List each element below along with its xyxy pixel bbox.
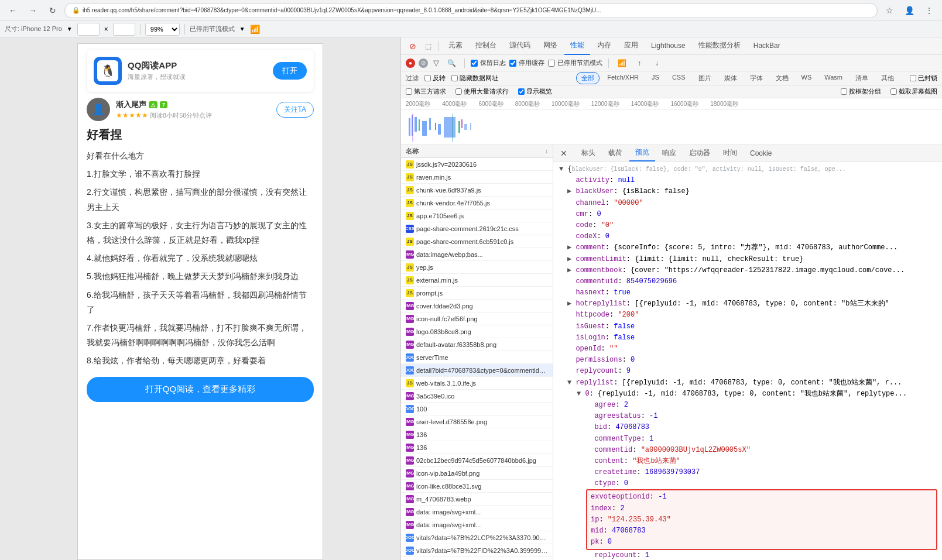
nl-item-webvitals[interactable]: JS web-vitals.3.1.0.ife.js bbox=[401, 377, 553, 390]
chip-media[interactable]: 媒体 bbox=[719, 72, 742, 84]
tab-performance[interactable]: 内存 bbox=[591, 37, 617, 55]
flow-mode-checkbox[interactable]: 已停用节流模式 bbox=[548, 59, 602, 67]
flow-dropdown-icon[interactable]: ▼ bbox=[239, 26, 245, 32]
detail-close-button[interactable]: ✕ bbox=[558, 147, 570, 159]
tab-hackbar[interactable] bbox=[787, 37, 799, 55]
nl-item-136-1[interactable]: IMG 136 bbox=[401, 428, 553, 441]
nl-item-jssdk[interactable]: JS jssdk.js?v=20230616 bbox=[401, 158, 553, 171]
detail-tab-preview[interactable]: 预览 bbox=[629, 145, 655, 162]
devtools-close-icon[interactable]: ⊘ bbox=[406, 39, 420, 53]
record-icon[interactable]: ● bbox=[406, 59, 415, 68]
device-dropdown-icon[interactable]: ▼ bbox=[67, 26, 73, 32]
nl-item-external[interactable]: JS external.min.js bbox=[401, 274, 553, 287]
chip-all[interactable]: 全部 bbox=[576, 72, 600, 84]
profile-button[interactable]: 👤 bbox=[901, 2, 917, 19]
read-more-button[interactable]: 打开QQ阅读，查看更多精彩 bbox=[87, 377, 314, 402]
tab-console[interactable]: 控制台 bbox=[470, 37, 502, 55]
group-by-frame-filter[interactable]: 按框架分组 bbox=[841, 87, 881, 96]
hide-data-url-filter[interactable]: 隐藏数据网址 bbox=[451, 74, 498, 83]
nl-item-logo[interactable]: IMG logo.083b8ce8.png bbox=[401, 325, 553, 338]
flow-mode-label[interactable]: 已停用节流模式 bbox=[190, 25, 235, 33]
width-input[interactable]: 390 bbox=[77, 23, 100, 36]
invert-filter[interactable]: 反转 bbox=[424, 74, 446, 83]
filter-icon[interactable]: ▽ bbox=[431, 59, 441, 68]
nl-item-js6[interactable]: JS page-share-comment.6cb591c0.js bbox=[401, 235, 553, 248]
third-party-filter[interactable]: 第三方请求 bbox=[406, 87, 446, 96]
forward-button[interactable]: → bbox=[25, 2, 41, 19]
nl-item-chunk-vendor[interactable]: JS chunk-vendor.4e7f7055.js bbox=[401, 197, 553, 209]
download-icon[interactable]: ↓ bbox=[650, 56, 664, 70]
preserve-log-checkbox[interactable]: 保留日志 bbox=[471, 59, 506, 67]
capture-screenshot-filter[interactable]: 截取屏幕截图 bbox=[890, 87, 937, 96]
bookmark-button[interactable]: ☆ bbox=[881, 2, 898, 19]
disable-cache-checkbox[interactable]: 停用缓存 bbox=[509, 59, 544, 67]
nl-item-cover[interactable]: IMG cover.fddae2d3.png bbox=[401, 300, 553, 312]
chip-manifest[interactable]: 清单 bbox=[850, 72, 874, 84]
chip-doc[interactable]: 文档 bbox=[770, 72, 794, 84]
big-requests-filter[interactable]: 使用大量请求行 bbox=[455, 87, 509, 96]
timeline-canvas[interactable] bbox=[401, 110, 942, 144]
chip-wasm[interactable]: Wasm bbox=[819, 72, 848, 84]
open-app-button[interactable]: 打开 bbox=[273, 62, 307, 80]
has-blocked-filter[interactable]: 已封锁 bbox=[910, 74, 937, 83]
wifi-icon[interactable]: 📶 bbox=[615, 56, 629, 70]
nl-item-svg1[interactable]: IMG data: image/svg+xml... bbox=[401, 506, 553, 518]
nl-item-img-jpg[interactable]: IMG 02cbc12bec9d974c5d5e6077840bbd6.jpg bbox=[401, 454, 553, 467]
nl-item-vitals2[interactable]: DOC vitals?data=%7B%22FID%22%3A0.3999998… bbox=[401, 544, 553, 557]
nl-item-icon-null[interactable]: IMG icon-null.fc7ef56f.png bbox=[401, 312, 553, 325]
nl-item-136-2[interactable]: IMG 136 bbox=[401, 441, 553, 454]
nl-item-detail[interactable]: DOC detail?bid=47068783&ctype=0&commenti… bbox=[401, 364, 553, 377]
height-input[interactable]: 844 bbox=[113, 23, 135, 36]
nl-item-100[interactable]: DOC 100 bbox=[401, 403, 553, 415]
nl-item-servertime[interactable]: DOC serverTime bbox=[401, 351, 553, 364]
chip-img[interactable]: 图片 bbox=[693, 72, 717, 84]
nl-item-prompt[interactable]: JS prompt.js bbox=[401, 287, 553, 300]
upload-icon[interactable]: ↑ bbox=[632, 56, 646, 70]
nl-item-yep[interactable]: JS yep.js bbox=[401, 261, 553, 274]
tab-perf-analysis[interactable]: HackBar bbox=[748, 37, 786, 55]
nl-item-app[interactable]: JS app.e7105ee6.js bbox=[401, 209, 553, 222]
network-icon[interactable]: 📶 bbox=[250, 25, 260, 34]
nl-item-user-level[interactable]: IMG user-level.d786558e.png bbox=[401, 415, 553, 428]
nl-item-css1[interactable]: CSS page-share-comment.2619c21c.css bbox=[401, 222, 553, 235]
nl-item-dataimg[interactable]: IMG data:image/webp;bas... bbox=[401, 248, 553, 261]
nl-item-ico[interactable]: IMG 3a5c39e0.ico bbox=[401, 390, 553, 403]
detail-tab-cookie[interactable]: Cookie bbox=[744, 145, 777, 162]
detail-tab-payload[interactable]: 载荷 bbox=[602, 145, 628, 162]
chip-font[interactable]: 字体 bbox=[745, 72, 768, 84]
nl-item-icon-like[interactable]: IMG icon-like.c88bce31.svg bbox=[401, 480, 553, 493]
nl-item-vitals1[interactable]: DOC vitals?data=%7B%22LCP%22%3A3370.9000… bbox=[401, 531, 553, 544]
tab-memory[interactable]: 应用 bbox=[618, 37, 644, 55]
follow-button[interactable]: 关注TA bbox=[276, 102, 314, 118]
tab-lighthouse[interactable]: 性能数据分析 bbox=[693, 37, 746, 55]
devtools-cursor-icon[interactable]: ⬚ bbox=[421, 39, 435, 53]
nl-item-chunk-vue[interactable]: JS chunk-vue.6df937a9.js bbox=[401, 184, 553, 197]
tab-network[interactable]: 性能 bbox=[564, 37, 590, 55]
detail-tab-headers[interactable]: 标头 bbox=[576, 145, 601, 162]
nl-item-svg2[interactable]: IMG data: image/svg+xml... bbox=[401, 518, 553, 531]
chip-fetch-xhr[interactable]: Fetch/XHR bbox=[602, 72, 644, 84]
reload-button[interactable]: ↻ bbox=[44, 2, 61, 19]
tab-elements[interactable]: 元素 bbox=[443, 37, 468, 55]
nl-item-default-avatar[interactable]: IMG default-avatar.f63358b8.png bbox=[401, 338, 553, 351]
tab-sources[interactable]: 源代码 bbox=[503, 37, 536, 55]
nl-item-raven[interactable]: JS raven.min.js bbox=[401, 171, 553, 184]
show-overview-filter[interactable]: 显示概览 bbox=[518, 87, 552, 96]
search-icon[interactable]: 🔍 bbox=[444, 56, 458, 70]
clear-icon[interactable]: ⊘ bbox=[419, 59, 428, 68]
detail-tab-timing[interactable]: 时间 bbox=[717, 145, 743, 162]
chip-css[interactable]: CSS bbox=[667, 72, 691, 84]
chip-ws[interactable]: WS bbox=[796, 72, 817, 84]
nl-sort-icon[interactable]: ↕ bbox=[545, 148, 548, 154]
detail-tab-initiator[interactable]: 启动器 bbox=[683, 145, 716, 162]
back-button[interactable]: ← bbox=[5, 2, 21, 19]
nl-item-icon-vip[interactable]: IMG icon-vip.ba1a49bf.png bbox=[401, 467, 553, 480]
address-bar[interactable]: 🔒 ih5.reader.qq.com/h5/share/comment?bid… bbox=[64, 3, 878, 18]
chip-other[interactable]: 其他 bbox=[876, 72, 899, 84]
zoom-select[interactable]: 99% 100% bbox=[145, 23, 180, 36]
detail-tab-response[interactable]: 响应 bbox=[656, 145, 682, 162]
chip-js[interactable]: JS bbox=[646, 72, 664, 84]
nl-item-webp[interactable]: IMG m_47068783.webp bbox=[401, 493, 553, 506]
tab-source-code[interactable]: 网络 bbox=[537, 37, 563, 55]
menu-button[interactable]: ⋮ bbox=[921, 2, 937, 19]
